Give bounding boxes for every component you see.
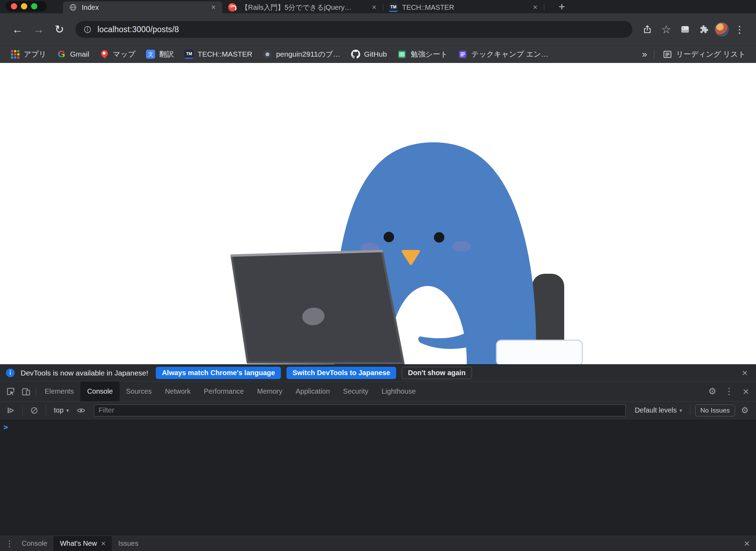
devtools-tab-performance[interactable]: Performance	[197, 381, 251, 401]
devtools-tab-sources[interactable]: Sources	[119, 381, 158, 401]
bookmark-translate[interactable]: 文 翻訳	[143, 49, 177, 59]
issues-counter[interactable]: No Issues	[695, 405, 735, 416]
devtools-tab-lighthouse[interactable]: Lighthouse	[375, 381, 422, 401]
log-levels-selector[interactable]: Default levels ▾	[632, 406, 685, 414]
devtools-tab-security[interactable]: Security	[336, 381, 375, 401]
devtools-infobar: DevTools is now available in Japanese! A…	[0, 365, 756, 381]
extension-card-icon[interactable]	[677, 21, 693, 37]
toolbar-separator	[46, 406, 46, 415]
drawer-tab-console[interactable]: Console	[15, 536, 53, 551]
eye-icon[interactable]	[74, 404, 88, 417]
laptop	[232, 251, 404, 363]
console-sidebar-icon[interactable]	[4, 404, 17, 417]
console-prompt[interactable]: >	[3, 423, 8, 431]
devtools-close-icon[interactable]: ×	[739, 384, 753, 399]
drawer-tab-whats-new[interactable]: What's New ×	[53, 536, 112, 551]
console-settings-icon[interactable]: ⚙	[738, 405, 752, 415]
bookmark-gmail[interactable]: G Gmail	[53, 50, 93, 59]
context-label: top	[54, 406, 64, 414]
blog-icon	[263, 50, 272, 59]
map-pin-icon	[100, 50, 109, 59]
toolbar-separator	[22, 406, 23, 415]
dont-show-again-button[interactable]: Don't show again	[402, 367, 472, 379]
address-bar[interactable]: localhost:3000/posts/8	[75, 21, 632, 38]
tab-index[interactable]: Index ×	[63, 1, 222, 13]
tab-title: Index	[82, 3, 205, 12]
bookmark-label: penguin2911のブ…	[276, 49, 340, 59]
drawer-tab-label: What's New	[60, 539, 97, 548]
bookmark-label: TECH::MASTER	[198, 50, 252, 58]
bookmarks-right: » リーディング リスト	[640, 49, 749, 60]
bookmark-techcamp[interactable]: テックキャンプ エン…	[455, 49, 552, 59]
google-g-icon: G	[57, 50, 66, 59]
back-button[interactable]: ←	[8, 20, 27, 38]
reading-list-button[interactable]: リーディング リスト	[659, 49, 749, 59]
tab-rails-jquery[interactable]: 【Rails入門】5分でできるjQuery… ×	[222, 1, 383, 13]
bookmark-label: Gmail	[70, 50, 89, 58]
url-text: localhost:3000/posts/8	[97, 25, 179, 34]
tab-close-icon[interactable]: ×	[370, 3, 379, 12]
bookmark-penguin-blog[interactable]: penguin2911のブ…	[259, 49, 344, 59]
devtools-tab-application[interactable]: Application	[289, 381, 336, 401]
browser-menu-icon[interactable]: ⋮	[732, 21, 748, 37]
clear-console-icon[interactable]	[28, 404, 41, 417]
bookmark-apps[interactable]: アプリ	[7, 49, 50, 59]
penguin-blush	[452, 241, 471, 252]
console-filter-input[interactable]	[94, 405, 626, 416]
infobar-close-icon[interactable]: ×	[739, 367, 750, 379]
console-toolbar: top ▾ Default levels ▾ No Issues ⚙	[0, 402, 756, 419]
devtools-menu-icon[interactable]: ⋮	[722, 384, 736, 399]
bookmark-label: マップ	[113, 49, 135, 59]
bookmark-tech-master[interactable]: TM TECH::MASTER	[181, 50, 256, 59]
penguin-eye	[434, 232, 444, 243]
devtools-drawer: ⋮ Console What's New × Issues ×	[0, 536, 756, 551]
penguin-eye	[384, 232, 394, 242]
drawer-menu-icon[interactable]: ⋮	[3, 536, 15, 551]
bookmark-github[interactable]: GitHub	[347, 50, 390, 59]
desk	[496, 340, 582, 364]
switch-japanese-button[interactable]: Switch DevTools to Japanese	[286, 367, 396, 379]
extensions-puzzle-icon[interactable]	[696, 21, 712, 37]
devtools-settings-icon[interactable]: ⚙	[705, 384, 720, 399]
new-tab-button[interactable]: +	[554, 0, 569, 13]
tech-master-favicon: TM	[389, 3, 398, 12]
tab-close-icon[interactable]: ×	[209, 3, 218, 12]
console-output[interactable]: >	[0, 419, 756, 536]
tab-title: TECH::MASTER	[402, 3, 526, 12]
drawer-tab-issues[interactable]: Issues	[112, 536, 145, 551]
bookmark-label: GitHub	[364, 50, 387, 58]
close-window-button[interactable]	[11, 3, 17, 9]
window-controls	[6, 1, 47, 12]
bookmarks-bar: アプリ G Gmail マップ 文 翻訳 TM TECH::MASTER pen…	[0, 45, 756, 63]
browser-window: Index × 【Rails入門】5分でできるjQuery… × TM TECH…	[0, 0, 756, 551]
bookmarks-overflow-icon[interactable]: »	[640, 49, 649, 60]
context-selector[interactable]: top ▾	[51, 406, 72, 414]
techcamp-icon	[458, 50, 467, 59]
device-toolbar-icon[interactable]	[18, 384, 34, 399]
reload-button[interactable]: ↻	[50, 20, 68, 38]
profile-avatar[interactable]	[715, 22, 729, 36]
drawer-close-icon[interactable]: ×	[741, 538, 753, 549]
bookmark-maps[interactable]: マップ	[96, 49, 139, 59]
forward-button[interactable]: →	[29, 20, 48, 38]
site-info-icon[interactable]	[83, 25, 92, 34]
tab-tech-master[interactable]: TM TECH::MASTER ×	[383, 1, 544, 13]
devtools-tab-memory[interactable]: Memory	[250, 381, 289, 401]
bookmark-label: 翻訳	[159, 49, 174, 59]
zoom-window-button[interactable]	[31, 3, 37, 9]
minimize-window-button[interactable]	[21, 3, 27, 9]
bookmark-study-sheet[interactable]: 勉強シート	[394, 49, 451, 59]
devtools-tab-console[interactable]: Console	[80, 381, 119, 401]
drawer-tab-close-icon[interactable]: ×	[101, 539, 106, 548]
globe-favicon	[68, 3, 78, 12]
devtools-tab-network[interactable]: Network	[158, 381, 197, 401]
inspect-icon[interactable]	[3, 384, 18, 399]
devtools-tab-elements[interactable]: Elements	[38, 381, 80, 401]
match-language-button[interactable]: Always match Chrome's language	[156, 367, 281, 379]
bookmark-star-icon[interactable]: ☆	[658, 21, 674, 37]
share-icon[interactable]	[639, 21, 655, 37]
tab-close-icon[interactable]: ×	[531, 3, 540, 12]
penguin-illustration	[227, 137, 583, 364]
spreadsheet-icon	[397, 50, 407, 59]
tab-title: 【Rails入門】5分でできるjQuery…	[241, 3, 365, 12]
